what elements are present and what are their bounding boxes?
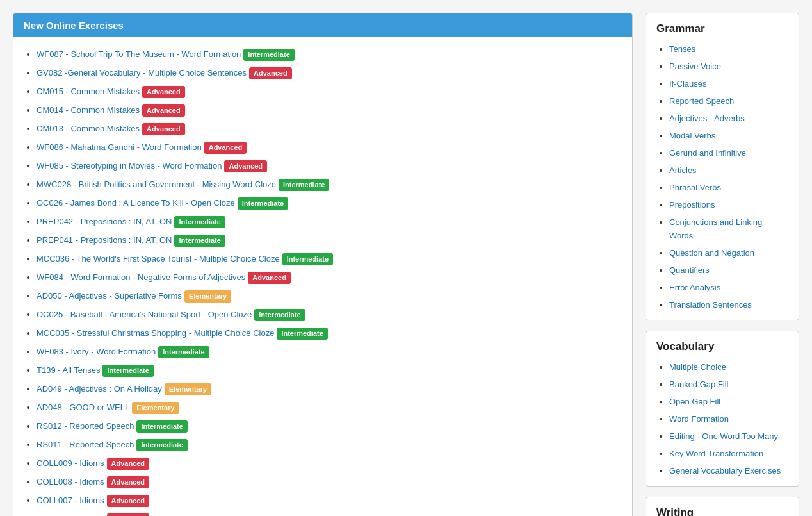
sidebar-link[interactable]: Conjunctions and Linking Words (669, 217, 762, 240)
exercise-link[interactable]: PREP042 - Prepositions : IN, AT, ON (37, 217, 172, 226)
list-item: WF086 - Mahatma Gandhi - Word FormationA… (37, 138, 622, 156)
exercise-link[interactable]: WF086 - Mahatma Gandhi - Word Formation (37, 142, 202, 152)
level-badge: Advanced (248, 272, 291, 284)
exercise-link[interactable]: AD049 - Adjectives : On A Holiday (37, 384, 162, 394)
level-badge: Advanced (142, 104, 185, 117)
list-item: PREP042 - Prepositions : IN, AT, ONInter… (37, 212, 622, 231)
sidebar-link[interactable]: Question and Negation (669, 248, 754, 258)
exercise-link[interactable]: COLL009 - Idioms (37, 458, 104, 468)
level-badge: Elementary (184, 290, 231, 303)
exercise-link[interactable]: CM013 - Common Mistakes (37, 124, 140, 133)
list-item: MCC036 - The World's First Space Tourist… (37, 249, 622, 268)
level-badge: Intermediate (136, 420, 187, 433)
list-item: T139 - All TensesIntermediate (37, 361, 622, 379)
sidebar-link[interactable]: General Vocabulary Exercises (669, 466, 781, 476)
list-item: WF085 - Stereotyping in Movies - Word Fo… (37, 156, 622, 175)
sidebar-list-item: If-Clauses (669, 75, 788, 92)
sidebar-list: TensesPassive VoiceIf-ClausesReported Sp… (656, 40, 788, 313)
exercise-link[interactable]: CM014 - Common Mistakes (37, 105, 140, 115)
sidebar-section: Writing (646, 497, 799, 516)
list-item: CM013 - Common MistakesAdvanced (37, 119, 622, 138)
sidebar-list-item: Question and Negation (669, 244, 788, 262)
sidebar-link[interactable]: Key Word Transformation (669, 449, 763, 458)
sidebar-link[interactable]: Error Analysis (669, 283, 720, 292)
level-badge: Advanced (249, 67, 292, 79)
exercise-link[interactable]: MWC028 - British Politics and Government… (37, 179, 276, 189)
level-badge: Advanced (107, 458, 150, 470)
sidebar-list-item: Modal Verbs (669, 127, 788, 144)
exercise-link[interactable]: AD050 - Adjectives - Superlative Forms (37, 291, 182, 301)
exercise-link[interactable]: RS012 - Reported Speech (37, 421, 134, 431)
sidebar-link[interactable]: Editing - One Word Too Many (669, 431, 778, 441)
list-item: WF084 - Word Formation - Negative Forms … (37, 268, 622, 287)
exercise-link[interactable]: T139 - All Tenses (37, 365, 100, 375)
exercise-link[interactable]: OC026 - James Bond : A Licence To Kill -… (37, 198, 235, 208)
level-badge: Advanced (204, 142, 247, 154)
exercises-box: New Online Exercises WF087 - School Trip… (13, 13, 633, 516)
exercise-link[interactable]: RS011 - Reported Speech (37, 440, 134, 449)
exercise-link[interactable]: PREP041 - Prepositions : IN, AT, ON (37, 235, 172, 245)
list-item: WF083 - Ivory - Word FormationIntermedia… (37, 342, 622, 361)
list-item: AD048 - GOOD or WELLElementary (37, 398, 622, 417)
sidebar-link[interactable]: Adjectives - Adverbs (669, 113, 745, 123)
list-item: CM014 - Common MistakesAdvanced (37, 101, 622, 119)
exercise-link[interactable]: AD048 - GOOD or WELL (37, 403, 129, 412)
level-badge: Advanced (142, 123, 185, 135)
level-badge: Advanced (224, 160, 267, 172)
sidebar-list-item: Phrasal Verbs (669, 179, 788, 196)
sidebar-link[interactable]: Prepositions (669, 200, 715, 210)
sidebar-link[interactable]: Banked Gap Fill (669, 379, 729, 389)
exercise-link[interactable]: WF085 - Stereotyping in Movies - Word Fo… (37, 161, 222, 171)
level-badge: Intermediate (158, 346, 209, 358)
exercise-link[interactable]: MCC035 - Stressful Christmas Shopping - … (37, 328, 274, 338)
list-item: WF087 - School Trip To The Museum - Word… (37, 45, 622, 63)
exercises-list: WF087 - School Trip To The Museum - Word… (13, 37, 632, 516)
level-badge: Intermediate (238, 197, 288, 210)
sidebar-link[interactable]: If-Clauses (669, 79, 707, 88)
sidebar-link[interactable]: Translation Sentences (669, 300, 752, 310)
sidebar-link[interactable]: Phrasal Verbs (669, 183, 721, 192)
exercise-link[interactable]: WF087 - School Trip To The Museum - Word… (37, 49, 241, 59)
list-item: CM015 - Common MistakesAdvanced (37, 82, 622, 101)
exercise-link[interactable]: CM015 - Common Mistakes (37, 87, 140, 96)
list-item: OC025 - Baseball - America's National Sp… (37, 305, 622, 324)
exercise-link[interactable]: WF084 - Word Formation - Negative Forms … (37, 272, 245, 282)
exercise-link[interactable]: WF083 - Ivory - Word Formation (37, 347, 156, 356)
sidebar-link[interactable]: Quantifiers (669, 265, 710, 275)
sidebar-list-item: Translation Sentences (669, 296, 788, 313)
level-badge: Intermediate (136, 439, 187, 451)
sidebar-list-item: Tenses (669, 40, 788, 58)
exercises-title: New Online Exercises (24, 20, 124, 31)
level-badge: Intermediate (174, 216, 225, 228)
sidebar-link[interactable]: Gerund and Infinitive (669, 148, 746, 158)
level-badge: Intermediate (174, 235, 225, 247)
exercise-link[interactable]: MCC036 - The World's First Space Tourist… (37, 254, 280, 263)
page-wrapper: New Online Exercises WF087 - School Trip… (0, 0, 812, 516)
sidebar-section: VocabularyMultiple ChoiceBanked Gap Fill… (646, 331, 799, 487)
level-badge: Intermediate (277, 328, 327, 340)
list-item: COLL006 - IdiomsAdvanced (37, 510, 622, 516)
sidebar-list-item: Gerund and Infinitive (669, 144, 788, 162)
sidebar-list-item: Banked Gap Fill (669, 376, 788, 393)
exercise-link[interactable]: COLL007 - Idioms (37, 495, 104, 505)
list-item: COLL009 - IdiomsAdvanced (37, 454, 622, 472)
sidebar-link[interactable]: Word Formation (669, 414, 729, 424)
sidebar-list-item: Reported Speech (669, 92, 788, 110)
exercise-link[interactable]: OC025 - Baseball - America's National Sp… (37, 310, 252, 319)
sidebar-link[interactable]: Passive Voice (669, 62, 721, 71)
list-item: RS011 - Reported SpeechIntermediate (37, 435, 622, 454)
sidebar-list-item: Conjunctions and Linking Words (669, 213, 788, 244)
level-badge: Elementary (132, 402, 179, 414)
sidebar-link[interactable]: Tenses (669, 44, 695, 54)
sidebar-section: GrammarTensesPassive VoiceIf-ClausesRepo… (646, 13, 799, 320)
level-badge: Advanced (107, 513, 150, 516)
sidebar-link[interactable]: Reported Speech (669, 96, 734, 106)
exercise-link[interactable]: COLL008 - Idioms (37, 477, 104, 487)
sidebar-link[interactable]: Articles (669, 165, 697, 175)
list-item: MCC035 - Stressful Christmas Shopping - … (37, 324, 622, 342)
exercise-link[interactable]: GV082 -General Vocabulary - Multiple Cho… (37, 68, 247, 78)
sidebar-link[interactable]: Multiple Choice (669, 362, 726, 372)
sidebar-link[interactable]: Modal Verbs (669, 131, 715, 140)
sidebar-link[interactable]: Open Gap Fill (669, 397, 720, 406)
sidebar-list: Multiple ChoiceBanked Gap FillOpen Gap F… (656, 358, 788, 479)
